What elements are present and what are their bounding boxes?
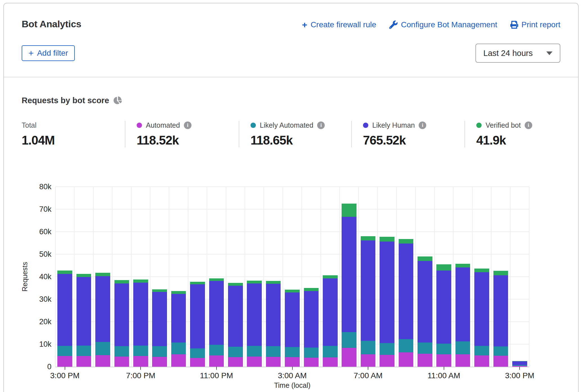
requests-by-bot-score-chart: Requests 010k20k30k40k50k60k70k80k 3:00 … bbox=[4, 178, 578, 392]
bar-11-00-AM bbox=[436, 264, 451, 367]
stat-total-label: Total bbox=[22, 121, 37, 129]
bar-segment-likely-human bbox=[152, 292, 167, 346]
bar-4-00-PM bbox=[76, 274, 91, 367]
x-tick-mark bbox=[140, 367, 141, 370]
print-report-link[interactable]: Print report bbox=[510, 20, 561, 29]
stat-total: Total 1.04M bbox=[22, 121, 125, 147]
stat-likely-automated-value: 118.65k bbox=[251, 133, 351, 147]
bar-12-00-AM bbox=[228, 283, 243, 367]
bar-segment-likely-automated bbox=[133, 346, 148, 356]
gridline-h bbox=[55, 186, 529, 187]
bar-segment-verified-bot bbox=[399, 239, 414, 244]
bar-8-00-AM bbox=[380, 237, 394, 367]
configure-bot-management-link[interactable]: Configure Bot Management bbox=[389, 20, 497, 29]
bar-4-00-AM bbox=[304, 288, 319, 367]
bar-2-00-AM bbox=[266, 281, 281, 367]
bar-segment-likely-human bbox=[190, 284, 205, 348]
bar-1-00-AM bbox=[247, 281, 262, 367]
card-body: Requests by bot score Total 1.04M Automa… bbox=[4, 77, 578, 147]
x-tick-label: 3:00 PM bbox=[34, 371, 96, 380]
x-tick-label: 11:00 AM bbox=[413, 371, 475, 380]
y-tick-label: 70k bbox=[4, 205, 51, 214]
gridline-h bbox=[55, 231, 529, 232]
bar-segment-verified-bot bbox=[209, 278, 224, 281]
bar-segment-verified-bot bbox=[133, 280, 148, 283]
bar-2-00-PM bbox=[493, 271, 508, 367]
gridline-h bbox=[55, 254, 529, 254]
card-header: Bot Analytics + Create firewall rule Con… bbox=[4, 3, 578, 77]
bar-segment-automated bbox=[95, 355, 110, 367]
y-tick-label: 20k bbox=[4, 317, 51, 326]
bar-segment-likely-automated bbox=[493, 346, 508, 356]
y-tick-label: 30k bbox=[4, 295, 51, 304]
likely-automated-legend-dot bbox=[251, 123, 256, 128]
bar-segment-automated bbox=[114, 357, 129, 367]
bar-segment-verified-bot bbox=[493, 271, 508, 275]
x-tick-label: 3:00 PM bbox=[489, 371, 551, 380]
bar-segment-likely-human bbox=[342, 217, 357, 332]
bar-segment-verified-bot bbox=[323, 275, 338, 278]
bar-5-00-PM bbox=[95, 273, 110, 367]
bar-segment-verified-bot bbox=[474, 269, 489, 272]
bar-segment-likely-automated bbox=[436, 344, 451, 354]
gridline-v bbox=[396, 187, 397, 367]
add-filter-label: Add filter bbox=[37, 49, 68, 58]
bar-8-00-PM bbox=[152, 289, 167, 367]
bar-segment-likely-automated bbox=[418, 343, 432, 354]
gridline-v bbox=[74, 187, 75, 367]
gridline-v bbox=[263, 187, 264, 367]
bar-segment-likely-automated bbox=[190, 348, 205, 358]
bar-segment-likely-human bbox=[399, 244, 414, 339]
stat-verified-bot-label: Verified bot bbox=[486, 121, 521, 129]
bar-segment-likely-human bbox=[493, 275, 508, 346]
bar-segment-likely-human bbox=[171, 294, 186, 343]
bar-segment-automated bbox=[285, 357, 300, 367]
gridline-v bbox=[169, 187, 169, 367]
gridline-v bbox=[245, 187, 245, 367]
bar-7-00-PM bbox=[133, 280, 148, 367]
stat-verified-bot-value: 41.9k bbox=[476, 133, 532, 147]
plus-icon: + bbox=[28, 49, 34, 58]
x-tick-mark bbox=[444, 367, 444, 370]
gridline-v bbox=[529, 187, 529, 367]
printer-icon bbox=[510, 21, 518, 29]
bar-segment-likely-automated bbox=[380, 343, 394, 355]
bar-segment-automated bbox=[342, 348, 357, 367]
gridline-v bbox=[358, 187, 359, 367]
time-range-dropdown[interactable]: Last 24 hours bbox=[475, 44, 560, 63]
chevron-down-icon bbox=[546, 51, 552, 55]
info-icon[interactable] bbox=[419, 121, 426, 129]
create-firewall-rule-link[interactable]: + Create firewall rule bbox=[302, 20, 376, 29]
likely-human-legend-dot bbox=[363, 123, 368, 128]
bar-segment-automated bbox=[455, 354, 470, 367]
bar-segment-verified-bot bbox=[418, 256, 432, 261]
bar-segment-likely-human bbox=[304, 291, 319, 348]
stat-automated-value: 118.52k bbox=[137, 133, 239, 147]
add-filter-button[interactable]: + Add filter bbox=[22, 45, 75, 61]
gridline-v bbox=[188, 187, 188, 367]
configure-bot-management-label: Configure Bot Management bbox=[401, 20, 497, 29]
bar-segment-likely-human bbox=[436, 271, 451, 343]
bar-segment-verified-bot bbox=[171, 291, 186, 294]
bar-segment-verified-bot bbox=[266, 281, 281, 284]
verified-bot-legend-dot bbox=[476, 123, 482, 128]
info-icon[interactable] bbox=[525, 121, 532, 129]
bar-segment-verified-bot bbox=[342, 204, 357, 217]
bar-11-00-PM bbox=[209, 278, 224, 367]
bar-segment-verified-bot bbox=[57, 271, 72, 274]
bar-segment-likely-automated bbox=[323, 346, 338, 358]
info-icon[interactable] bbox=[317, 121, 325, 129]
bar-segment-verified-bot bbox=[455, 264, 470, 268]
bar-segment-automated bbox=[133, 356, 148, 367]
info-icon[interactable] bbox=[184, 121, 191, 129]
bar-segment-likely-automated bbox=[95, 342, 110, 355]
header-actions: + Create firewall rule Configure Bot Man… bbox=[302, 20, 560, 29]
gridline-v bbox=[510, 187, 511, 367]
gridline-v bbox=[226, 187, 226, 367]
pie-chart-icon bbox=[114, 96, 122, 106]
bar-segment-verified-bot bbox=[76, 274, 91, 277]
gridline-v bbox=[377, 187, 378, 367]
gridline-v bbox=[434, 187, 435, 367]
bar-segment-automated bbox=[152, 357, 167, 367]
gridline-v bbox=[93, 187, 94, 367]
